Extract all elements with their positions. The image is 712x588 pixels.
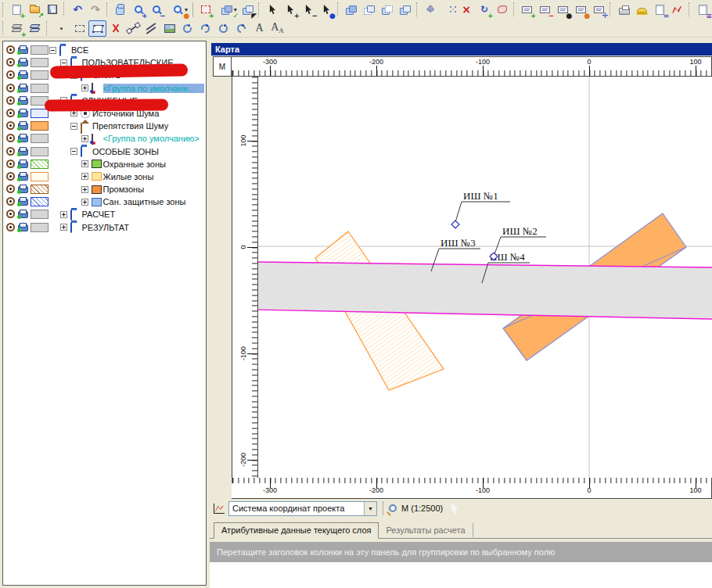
layer-style-swatch[interactable] — [31, 147, 49, 156]
crs-combobox[interactable]: Система координат проекта ▼ — [228, 501, 377, 516]
tree-item-label[interactable]: РЕЗУЛЬТАТ — [82, 223, 129, 232]
tree-item-label[interactable]: <Группа по умолчани... — [103, 84, 205, 93]
tree-expander[interactable] — [81, 135, 88, 142]
printable-printer-icon[interactable] — [18, 147, 27, 156]
polygon-tool-button[interactable] — [88, 20, 106, 37]
printable-printer-icon[interactable] — [18, 84, 27, 92]
text-tool-button[interactable] — [250, 20, 268, 37]
printable-printer-icon[interactable] — [18, 172, 27, 181]
label-style-button[interactable]: ● — [572, 2, 590, 18]
visibility-eye-icon[interactable] — [6, 210, 15, 218]
subtract-objects-button[interactable] — [379, 2, 397, 18]
printable-printer-icon[interactable] — [18, 45, 27, 54]
label-remove-button[interactable]: − — [536, 2, 554, 18]
printable-printer-icon[interactable] — [18, 160, 27, 168]
layer-style-swatch[interactable] — [31, 160, 49, 169]
layer-style-swatch[interactable] — [31, 58, 49, 67]
select-group-button[interactable]: ◤ — [239, 2, 257, 18]
tree-item-label[interactable]: Жилые зоны — [103, 172, 154, 181]
edit-nodes-button[interactable] — [440, 2, 458, 18]
printable-printer-icon[interactable] — [18, 121, 27, 130]
image-tool-button[interactable] — [160, 20, 178, 37]
printable-printer-icon[interactable] — [18, 223, 27, 231]
visibility-eye-icon[interactable] — [6, 109, 15, 117]
noise-source-1-marker[interactable] — [451, 220, 459, 228]
visibility-eye-icon[interactable] — [6, 96, 15, 105]
tree-expander[interactable] — [70, 148, 77, 155]
red-contour-button[interactable] — [494, 2, 512, 18]
road-band-polygon[interactable] — [258, 262, 712, 319]
select-remove-button[interactable]: − — [300, 2, 318, 18]
printable-printer-icon[interactable] — [18, 134, 27, 142]
visibility-eye-icon[interactable] — [6, 134, 15, 142]
layer-style-swatch[interactable] — [31, 121, 49, 131]
open-project-button[interactable]: ↗ — [26, 2, 44, 18]
visibility-eye-icon[interactable] — [6, 185, 15, 193]
calculator-settings-button[interactable]: ≡ — [694, 2, 712, 18]
attribute-table-area[interactable] — [210, 562, 712, 588]
tree-item-label[interactable]: <Группа по умолчанию> — [103, 134, 200, 143]
visibility-eye-icon[interactable] — [6, 58, 15, 66]
print-button[interactable] — [615, 2, 633, 18]
visibility-eye-icon[interactable] — [6, 70, 15, 79]
union-objects-button[interactable] — [361, 2, 379, 18]
layer-style-swatch[interactable] — [31, 172, 49, 181]
tree-item-label[interactable]: ОСОБЫЕ ЗОНЫ — [92, 147, 159, 156]
move-objects-button[interactable] — [422, 2, 440, 18]
layer-style-swatch[interactable] — [31, 134, 49, 143]
tree-item-label[interactable]: Охранные зоны — [103, 160, 166, 169]
tree-item-label[interactable]: РАСЧЕТ — [82, 210, 116, 219]
zoom-out-button[interactable]: − — [147, 2, 165, 18]
layer-style-swatch[interactable] — [31, 197, 49, 206]
visibility-eye-icon[interactable] — [6, 45, 15, 54]
map-canvas[interactable]: ИШ №1ИШ №2ИШ №3ИШ №4 — [258, 77, 712, 478]
printable-printer-icon[interactable] — [18, 197, 27, 206]
rectangle-select-tool-button[interactable] — [70, 20, 88, 37]
group-by-bar[interactable]: Перетащите заголовок колонки на эту пане… — [210, 542, 712, 562]
select-add-button[interactable]: + — [282, 2, 300, 18]
label-move-button[interactable]: ✛ — [590, 2, 608, 18]
tree-expander[interactable] — [81, 186, 88, 193]
arc-tool-2-button[interactable] — [196, 20, 214, 37]
printable-printer-icon[interactable] — [18, 185, 27, 193]
delete-objects-button[interactable]: × — [458, 2, 476, 18]
printable-printer-icon[interactable] — [18, 96, 27, 105]
line-tool-button[interactable] — [124, 20, 142, 37]
noise-graph-button[interactable] — [669, 2, 687, 18]
tree-expander[interactable] — [81, 84, 88, 91]
layer-style-swatch[interactable] — [31, 223, 49, 232]
tree-expander[interactable] — [49, 47, 56, 54]
tree-expander[interactable] — [60, 211, 67, 218]
layer-style-swatch[interactable] — [31, 210, 49, 219]
select-object-button[interactable]: ● — [318, 2, 336, 18]
tab-attribute-data[interactable]: Атрибутивные данные текущего слоя — [214, 522, 379, 539]
label-add-button[interactable]: + — [518, 2, 536, 18]
noise-source-label-1[interactable]: ИШ №1 — [463, 190, 498, 202]
noise-source-label-3[interactable]: ИШ №3 — [441, 237, 476, 249]
printable-printer-icon[interactable] — [18, 210, 27, 218]
zoom-previous-button[interactable]: ●▼ — [165, 2, 189, 18]
tree-expander[interactable] — [81, 199, 88, 206]
intersect-objects-button[interactable] — [397, 2, 415, 18]
tree-item-label[interactable]: ВСЕ — [71, 45, 88, 55]
tree-item-label[interactable]: Препятствия Шуму — [92, 121, 168, 131]
calculation-wizard-button[interactable] — [633, 2, 651, 18]
add-object-group-button[interactable]: + — [196, 2, 214, 18]
tree-expander[interactable] — [81, 173, 88, 180]
text-index-tool-button[interactable] — [268, 20, 286, 37]
visibility-eye-icon[interactable] — [6, 172, 15, 181]
rotate-objects-button[interactable]: ↻+ — [476, 2, 494, 18]
tree-expander[interactable] — [81, 160, 88, 167]
layer-style-swatch[interactable] — [31, 45, 49, 55]
visibility-eye-icon[interactable] — [6, 84, 15, 92]
arc-tool-1-button[interactable] — [178, 20, 196, 37]
tree-expander[interactable] — [70, 123, 77, 130]
redo-button[interactable]: ↷ — [87, 2, 105, 18]
tree-expander[interactable] — [60, 224, 67, 231]
visibility-eye-icon[interactable] — [6, 223, 15, 231]
zoom-in-button[interactable]: + — [129, 2, 147, 18]
parallel-lines-tool-button[interactable] — [142, 20, 160, 37]
arc-tool-3-button[interactable] — [214, 20, 232, 37]
visibility-eye-icon[interactable] — [6, 160, 15, 168]
new-document-button[interactable]: + — [8, 2, 26, 18]
